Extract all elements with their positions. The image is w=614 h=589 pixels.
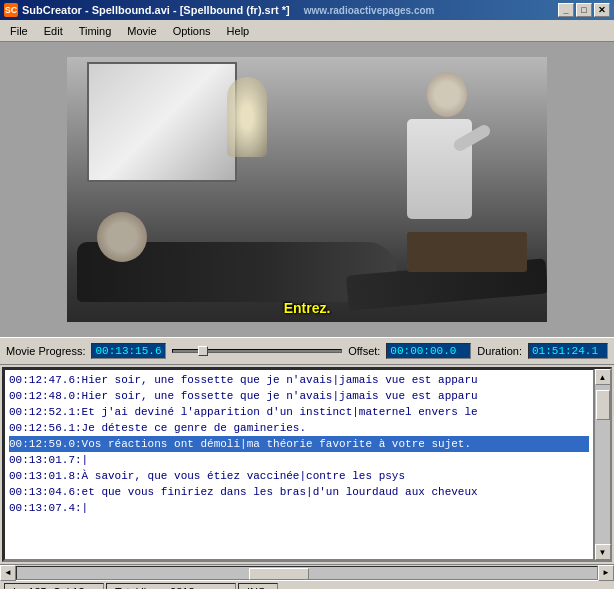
editor-line-3[interactable]: 00:12:56.1:Je déteste ce genre de gamine… <box>9 420 589 436</box>
desk <box>407 232 527 272</box>
menu-timing[interactable]: Timing <box>71 21 120 41</box>
editor-line-5[interactable]: 00:13:01.7:| <box>9 452 589 468</box>
window-title: SubCreator - Spellbound.avi - [Spellboun… <box>22 4 290 16</box>
minimize-button[interactable]: _ <box>558 3 574 17</box>
duration-value: 01:51:24.1 <box>528 343 608 359</box>
menu-bar: File Edit Timing Movie Options Help <box>0 20 614 42</box>
scroll-down-button[interactable]: ▼ <box>595 544 611 560</box>
doctor-figure <box>407 72 477 242</box>
scroll-thumb[interactable] <box>596 390 610 420</box>
title-bar: SC SubCreator - Spellbound.avi - [Spellb… <box>0 0 614 20</box>
total-lines-status: Total lines: 2813 <box>106 583 236 590</box>
video-frame: Entrez. <box>67 57 547 322</box>
scroll-track[interactable] <box>595 385 610 544</box>
editor-container: 00:12:47.6:Hier soir, une fossette que j… <box>2 367 612 562</box>
editor-line-7[interactable]: 00:13:04.6:et que vous finiriez dans les… <box>9 484 589 500</box>
editor-line-1[interactable]: 00:12:48.0:Hier soir, une fossette que j… <box>9 388 589 404</box>
scroll-left-button[interactable]: ◄ <box>0 565 16 581</box>
progress-slider-container[interactable] <box>172 344 342 358</box>
bg-lamp <box>227 77 267 157</box>
editor-line-4[interactable]: 00:12:59.0:Vos réactions ont démoli|ma t… <box>9 436 589 452</box>
menu-movie[interactable]: Movie <box>119 21 164 41</box>
mode-status: INS <box>238 583 278 590</box>
status-bar: Ln 185, Col 13 Total lines: 2813 INS <box>0 580 614 589</box>
h-scroll-track[interactable] <box>16 566 598 580</box>
video-scene <box>67 57 547 322</box>
video-container: Entrez. <box>0 42 614 337</box>
close-button[interactable]: ✕ <box>594 3 610 17</box>
movie-progress-label: Movie Progress: <box>6 345 85 357</box>
line-col-status: Ln 185, Col 13 <box>4 583 104 590</box>
url-label: www.radioactivepages.com <box>304 5 435 16</box>
offset-input[interactable] <box>386 343 471 359</box>
vertical-scrollbar[interactable]: ▲ ▼ <box>594 369 610 560</box>
scroll-right-button[interactable]: ► <box>598 565 614 581</box>
scroll-up-button[interactable]: ▲ <box>595 369 611 385</box>
offset-label: Offset: <box>348 345 380 357</box>
subtitle-editor[interactable]: 00:12:47.6:Hier soir, une fossette que j… <box>4 369 594 560</box>
maximize-button[interactable]: □ <box>576 3 592 17</box>
editor-line-0[interactable]: 00:12:47.6:Hier soir, une fossette que j… <box>9 372 589 388</box>
app-icon: SC <box>4 3 18 17</box>
menu-help[interactable]: Help <box>219 21 258 41</box>
menu-options[interactable]: Options <box>165 21 219 41</box>
duration-label: Duration: <box>477 345 522 357</box>
horizontal-scrollbar[interactable]: ◄ ► <box>0 564 614 580</box>
subtitle-text: Entrez. <box>67 300 547 316</box>
h-scroll-thumb[interactable] <box>249 568 309 580</box>
movie-progress-input[interactable] <box>91 343 166 359</box>
menu-edit[interactable]: Edit <box>36 21 71 41</box>
progress-thumb[interactable] <box>198 346 208 356</box>
bg-window <box>87 62 237 182</box>
window-controls: _ □ ✕ <box>558 3 610 17</box>
progress-bar: Movie Progress: Offset: Duration: 01:51:… <box>0 337 614 365</box>
editor-line-6[interactable]: 00:13:01.8:À savoir, que vous étiez vacc… <box>9 468 589 484</box>
editor-line-8[interactable]: 00:13:07.4:| <box>9 500 589 516</box>
editor-line-2[interactable]: 00:12:52.1:Et j'ai deviné l'apparition d… <box>9 404 589 420</box>
menu-file[interactable]: File <box>2 21 36 41</box>
